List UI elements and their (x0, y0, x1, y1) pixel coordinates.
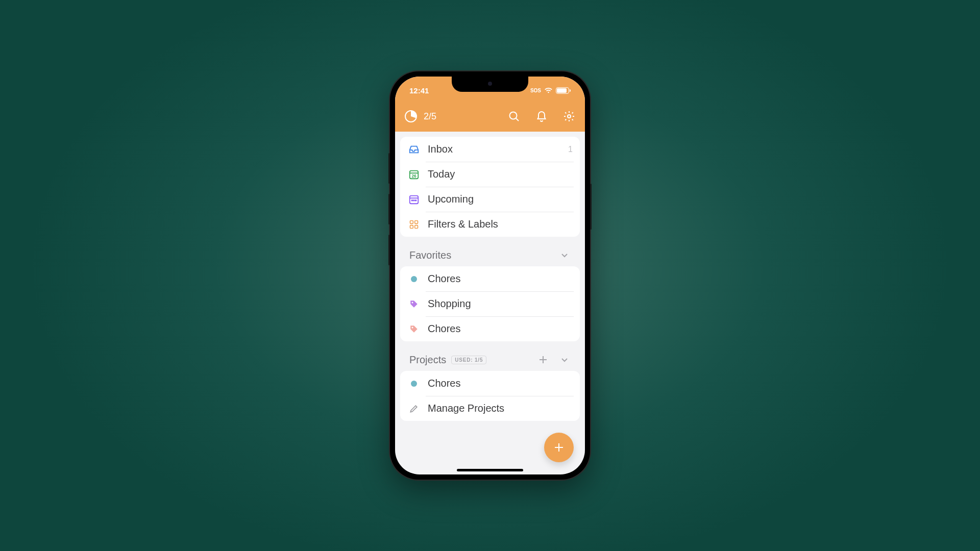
status-right: SOS 87 (530, 87, 571, 94)
battery-icon: 87 (556, 87, 571, 94)
nav-inbox-label: Inbox (428, 143, 568, 155)
svg-point-3 (568, 115, 571, 118)
phone-screen: 12:41 SOS 87 2/5 (395, 77, 585, 474)
favorite-item-chores-tag[interactable]: Chores (400, 316, 580, 341)
pencil-icon (407, 404, 421, 414)
project-item-chores[interactable]: Chores (400, 371, 580, 396)
nav-today[interactable]: 26 Today (400, 162, 580, 187)
favorites-card: Chores Shopping Chores (400, 266, 580, 341)
svg-point-1 (510, 112, 517, 119)
calendar-today-icon: 26 (407, 169, 421, 180)
nav-upcoming-label: Upcoming (428, 193, 573, 205)
plus-icon (552, 441, 566, 454)
project-dot-icon (407, 381, 421, 387)
inbox-icon (407, 144, 421, 155)
projects-title: Projects (409, 354, 446, 366)
svg-rect-12 (410, 220, 413, 223)
content-area: Inbox 1 26 Today Upcoming (395, 132, 585, 474)
project-label: Chores (428, 378, 573, 389)
grid-icon (407, 219, 421, 230)
add-task-fab[interactable] (544, 433, 574, 462)
tag-icon (407, 299, 421, 309)
projects-card: Chores Manage Projects (400, 371, 580, 421)
svg-rect-13 (415, 220, 418, 223)
favorites-title: Favorites (409, 249, 451, 261)
nav-card: Inbox 1 26 Today Upcoming (400, 137, 580, 237)
favorite-label: Chores (428, 323, 573, 335)
favorite-label: Chores (428, 273, 573, 285)
gear-icon[interactable] (562, 110, 576, 123)
svg-line-2 (516, 118, 519, 121)
nav-filters-label: Filters & Labels (428, 218, 573, 230)
nav-inbox-count: 1 (568, 145, 573, 154)
home-indicator[interactable] (457, 469, 523, 471)
status-sos: SOS (530, 88, 541, 93)
projects-header[interactable]: Projects USED: 1/5 (400, 350, 580, 371)
phone-frame: 12:41 SOS 87 2/5 (390, 71, 590, 480)
nav-inbox[interactable]: Inbox 1 (400, 137, 580, 162)
tag-icon (407, 324, 421, 334)
svg-rect-15 (415, 225, 418, 228)
svg-point-11 (415, 199, 416, 201)
nav-filters[interactable]: Filters & Labels (400, 212, 580, 237)
favorite-item-chores[interactable]: Chores (400, 266, 580, 291)
nav-upcoming[interactable]: Upcoming (400, 187, 580, 212)
svg-text:26: 26 (411, 173, 416, 178)
phone-notch (452, 77, 528, 92)
svg-point-9 (411, 199, 412, 201)
projects-used-badge: USED: 1/5 (451, 356, 486, 364)
search-icon[interactable] (507, 110, 521, 123)
manage-projects[interactable]: Manage Projects (400, 396, 580, 421)
favorite-item-shopping[interactable]: Shopping (400, 291, 580, 316)
calendar-upcoming-icon (407, 194, 421, 205)
svg-point-17 (412, 327, 413, 328)
nav-today-label: Today (428, 168, 573, 180)
chevron-down-icon[interactable] (558, 354, 571, 366)
battery-level: 87 (556, 88, 570, 94)
favorite-label: Shopping (428, 298, 573, 310)
progress-icon[interactable] (404, 110, 418, 123)
header-progress-count: 2/5 (424, 111, 436, 122)
project-dot-icon (407, 276, 421, 282)
app-header: 2/5 (395, 101, 585, 132)
svg-point-16 (412, 302, 413, 303)
chevron-down-icon[interactable] (558, 249, 571, 261)
svg-point-10 (413, 199, 414, 201)
favorites-header[interactable]: Favorites (400, 246, 580, 266)
wifi-icon (544, 87, 553, 94)
manage-projects-label: Manage Projects (428, 403, 573, 414)
plus-icon[interactable] (537, 354, 549, 366)
bell-icon[interactable] (535, 110, 548, 123)
status-time: 12:41 (409, 86, 429, 95)
svg-rect-14 (410, 225, 413, 228)
